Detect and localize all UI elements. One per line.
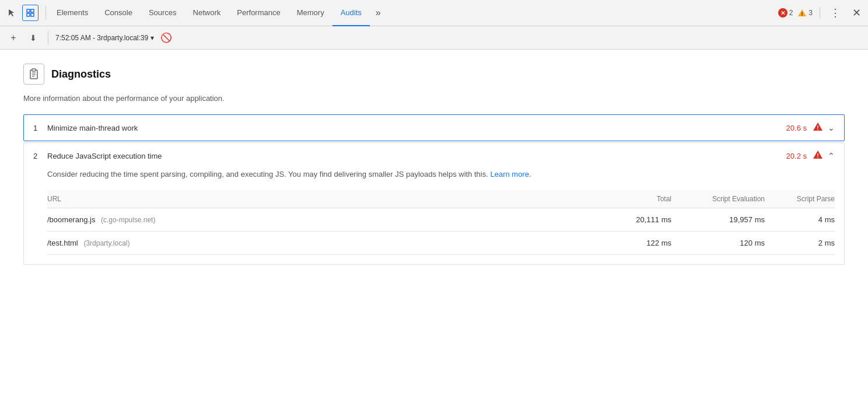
tab-memory[interactable]: Memory (289, 0, 332, 26)
svg-rect-0 (27, 9, 30, 12)
section-header: Diagnostics (23, 64, 845, 85)
chevron-2[interactable]: ⌃ (828, 151, 835, 160)
devtools-topbar: Elements Console Sources Network Perform… (0, 0, 868, 26)
tab-network[interactable]: Network (185, 0, 229, 26)
audit-item-2[interactable]: 2 Reduce JavaScript execution time 20.2 … (23, 142, 845, 265)
tab-audits[interactable]: Audits (332, 0, 370, 26)
close-button[interactable]: ✕ (848, 5, 864, 21)
tab-elements[interactable]: Elements (48, 0, 96, 26)
audit-row-1[interactable]: 1 Minimize main-thread work 20.6 s ! ⌄ (24, 115, 844, 141)
badge-separator (820, 7, 820, 19)
menu-button[interactable]: ⋮ (827, 5, 844, 21)
error-badge[interactable]: ✕ 2 (778, 8, 793, 18)
toolbar-icon-group (4, 5, 38, 21)
svg-text:!: ! (817, 125, 818, 131)
clipboard-icon (23, 64, 44, 85)
toolbar2-divider (48, 31, 48, 45)
warning-triangle-1: ! (813, 122, 823, 134)
svg-text:!: ! (802, 11, 803, 17)
devtools-toolbar2: + ⬇ 7:52:05 AM - 3rdparty.local:39 ▾ 🚫 (0, 26, 868, 50)
tab-performance[interactable]: Performance (229, 0, 288, 26)
warning-badge[interactable]: ! 3 (797, 8, 813, 18)
audit-expanded-2: Consider reducing the time spent parsing… (24, 169, 844, 264)
table-row: /boomerang.js (c.go-mpulse.net) 20,111 m… (47, 208, 835, 232)
audit-description: Consider reducing the time spent parsing… (47, 169, 835, 181)
audit-table: URL Total Script Evaluation Script Parse… (47, 190, 835, 255)
toolbar-right: ✕ 2 ! 3 ⋮ ✕ (778, 5, 864, 21)
audit-item-1[interactable]: 1 Minimize main-thread work 20.6 s ! ⌄ (23, 114, 845, 141)
no-throttle-button[interactable]: 🚫 (159, 30, 174, 46)
cursor-icon[interactable] (4, 5, 20, 21)
tab-sources[interactable]: Sources (141, 0, 185, 26)
svg-rect-1 (31, 9, 34, 12)
warning-icon: ! (797, 8, 807, 18)
add-button[interactable]: + (6, 30, 21, 46)
download-button[interactable]: ⬇ (26, 30, 41, 46)
tab-divider (46, 6, 46, 20)
inspector-icon[interactable] (22, 5, 38, 21)
svg-rect-9 (32, 69, 36, 71)
table-row: /test.html (3rdparty.local) 122 ms 120 m… (47, 232, 835, 255)
table-header: URL Total Script Evaluation Script Parse (47, 190, 835, 208)
tabs-nav: Elements Console Sources Network Perform… (48, 0, 778, 26)
svg-text:!: ! (817, 153, 818, 159)
session-selector[interactable]: 7:52:05 AM - 3rdparty.local:39 ▾ (55, 34, 154, 42)
svg-rect-3 (31, 13, 34, 16)
chevron-1[interactable]: ⌄ (828, 123, 835, 132)
tab-console[interactable]: Console (96, 0, 141, 26)
main-content: Diagnostics More information about the p… (0, 50, 868, 280)
svg-text:✕: ✕ (780, 10, 785, 16)
audit-row-2[interactable]: 2 Reduce JavaScript execution time 20.2 … (24, 143, 844, 169)
section-title: Diagnostics (51, 68, 111, 80)
warning-triangle-2: ! (813, 150, 823, 162)
error-icon: ✕ (778, 8, 788, 18)
svg-rect-2 (27, 13, 30, 16)
section-description: More information about the performance o… (23, 94, 845, 103)
tabs-more-button[interactable]: » (370, 0, 387, 26)
learn-more-link[interactable]: Learn more (490, 170, 528, 178)
